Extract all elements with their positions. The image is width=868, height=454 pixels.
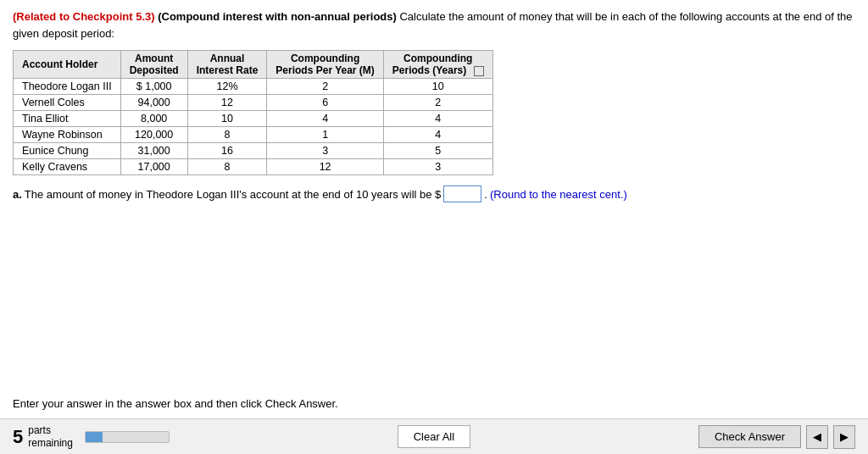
table-cell: 17,000 (120, 159, 187, 175)
table-cell: 10 (383, 79, 492, 95)
table-cell: 8 (187, 159, 267, 175)
next-button[interactable]: ▶ (833, 425, 855, 449)
col-header-rate: AnnualInterest Rate (187, 51, 267, 79)
col-header-amount: AmountDeposited (120, 51, 187, 79)
parts-text: parts remaining (28, 424, 73, 449)
progress-bar-fill (86, 432, 103, 442)
part-a: a. The amount of money in Theodore Logan… (13, 185, 855, 202)
table-cell: Kelly Cravens (14, 159, 121, 175)
table-row: Theodore Logan III$ 1,00012%210 (14, 79, 493, 95)
table-row: Eunice Chung31,0001635 (14, 143, 493, 159)
table-cell: 8 (187, 127, 267, 143)
round-note: (Round to the nearest cent.) (490, 188, 627, 201)
table-cell: 94,000 (120, 95, 187, 111)
table-cell: 10 (187, 111, 267, 127)
check-answer-button[interactable]: Check Answer (698, 425, 801, 448)
table-cell: 120,000 (120, 127, 187, 143)
expand-icon[interactable] (474, 66, 484, 76)
footer-right: Check Answer ◀ ▶ (698, 425, 855, 449)
table-cell: 8,000 (120, 111, 187, 127)
clear-all-button[interactable]: Clear All (398, 425, 470, 448)
table-row: Wayne Robinson120,000814 (14, 127, 493, 143)
table-cell: $ 1,000 (120, 79, 187, 95)
part-a-text-before: The amount of money in Theodore Logan II… (25, 188, 442, 201)
table-cell: 12 (187, 95, 267, 111)
answer-input[interactable] (443, 185, 481, 202)
table-cell: 3 (267, 143, 384, 159)
question-header: (Related to Checkpoint 5.3) (Compound in… (13, 8, 855, 42)
table-cell: 6 (267, 95, 384, 111)
col-header-periods-years: CompoundingPeriods (Years) (383, 51, 492, 79)
table-cell: Wayne Robinson (14, 127, 121, 143)
enter-answer-note: Enter your answer in the answer box and … (13, 397, 338, 410)
table-row: Kelly Cravens17,0008123 (14, 159, 493, 175)
table-cell: 2 (267, 79, 384, 95)
footer-center: Clear All (170, 425, 698, 448)
data-table: Account Holder AmountDeposited AnnualInt… (13, 50, 493, 175)
col-header-periods-m: CompoundingPeriods Per Year (M) (267, 51, 384, 79)
table-cell: 4 (383, 111, 492, 127)
table-cell: 4 (383, 127, 492, 143)
table-cell: 5 (383, 143, 492, 159)
table-cell: 3 (383, 159, 492, 175)
checkpoint-label: (Related to Checkpoint 5.3) (13, 10, 155, 23)
table-cell: 31,000 (120, 143, 187, 159)
table-cell: 4 (267, 111, 384, 127)
remaining-label: remaining (28, 437, 73, 449)
table-cell: Vernell Coles (14, 95, 121, 111)
table-cell: Theodore Logan III (14, 79, 121, 95)
col-header-account: Account Holder (14, 51, 121, 79)
part-a-text-after: . (484, 188, 487, 201)
table-cell: Eunice Chung (14, 143, 121, 159)
parts-info: 5 parts remaining (13, 424, 170, 449)
footer-bar: 5 parts remaining Clear All Check Answer… (0, 418, 868, 454)
parts-number: 5 (13, 426, 23, 448)
prev-button[interactable]: ◀ (806, 425, 828, 449)
part-a-label: a. (13, 188, 22, 201)
table-row: Vernell Coles94,0001262 (14, 95, 493, 111)
table-cell: 2 (383, 95, 492, 111)
table-cell: 1 (267, 127, 384, 143)
table-cell: 12 (267, 159, 384, 175)
table-row: Tina Elliot8,0001044 (14, 111, 493, 127)
table-cell: 12% (187, 79, 267, 95)
table-cell: 16 (187, 143, 267, 159)
parts-label: parts (28, 424, 73, 436)
table-cell: Tina Elliot (14, 111, 121, 127)
question-bold-title: (Compound interest with non-annual perio… (158, 10, 397, 23)
progress-bar-container (85, 431, 170, 443)
